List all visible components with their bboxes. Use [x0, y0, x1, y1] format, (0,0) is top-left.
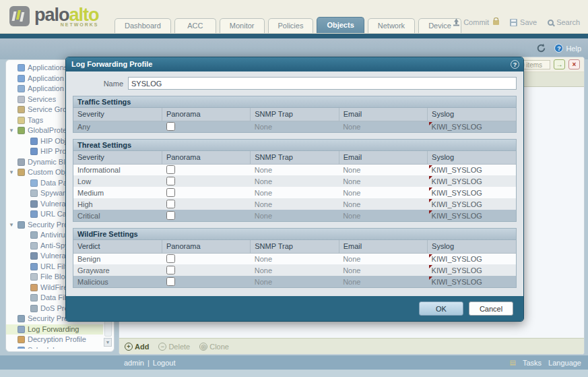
sidebar-item-schedules[interactable]: Schedules	[6, 345, 103, 349]
panorama-checkbox[interactable]	[166, 188, 175, 197]
table-header-row: SeverityPanoramaSNMP TrapEmailSyslog	[73, 151, 516, 164]
email-cell[interactable]: None	[339, 264, 427, 276]
tab-dashboard[interactable]: Dashboard	[115, 18, 171, 33]
tasks-link[interactable]: Tasks	[523, 359, 542, 367]
snmp-trap-cell[interactable]: None	[251, 164, 339, 175]
section-threat-settings: Threat SettingsSeverityPanoramaSNMP Trap…	[73, 139, 517, 222]
syslog-cell[interactable]: KIWI_SYSLOG	[428, 175, 516, 187]
email-cell[interactable]: None	[339, 210, 427, 221]
severity-cell: Benign	[73, 253, 162, 264]
clone-button[interactable]: ◎ Clone	[199, 343, 229, 351]
add-button[interactable]: + Add	[125, 343, 149, 351]
snmp-trap-cell[interactable]: None	[251, 175, 339, 187]
data-filtering-icon	[30, 294, 38, 301]
table-row[interactable]: MediumNoneNoneKIWI_SYSLOG	[73, 187, 516, 198]
ok-button[interactable]: OK	[419, 301, 463, 316]
syslog-cell[interactable]: KIWI_SYSLOG	[428, 198, 516, 210]
section-traffic-settings: Traffic SettingsSeverityPanoramaSNMP Tra…	[73, 96, 517, 133]
table-row[interactable]: GraywareNoneNoneKIWI_SYSLOG	[73, 264, 516, 276]
syslog-value: KIWI_SYSLOG	[432, 255, 482, 263]
syslog-cell[interactable]: KIWI_SYSLOG	[428, 164, 516, 175]
panorama-checkbox[interactable]	[166, 277, 175, 286]
email-cell[interactable]: None	[339, 121, 427, 132]
snmp-trap-cell[interactable]: None	[251, 198, 339, 210]
email-cell[interactable]: None	[339, 175, 427, 187]
tab-acc[interactable]: ACC	[174, 18, 216, 33]
table-row[interactable]: LowNoneNoneKIWI_SYSLOG	[73, 175, 516, 187]
expander-icon[interactable]: ▼	[9, 167, 14, 178]
table-row[interactable]: HighNoneNoneKIWI_SYSLOG	[73, 198, 516, 210]
panorama-checkbox[interactable]	[166, 211, 175, 220]
panorama-cell	[162, 164, 250, 175]
severity-cell: Medium	[73, 187, 162, 198]
save-button[interactable]: Save	[510, 18, 537, 26]
snmp-trap-cell[interactable]: None	[251, 121, 339, 132]
severity-cell: Critical	[73, 210, 162, 221]
expander-icon[interactable]: ▼	[9, 125, 14, 136]
table-row[interactable]: CriticalNoneNoneKIWI_SYSLOG	[73, 210, 516, 221]
email-value: None	[343, 200, 360, 208]
tab-policies[interactable]: Policies	[268, 18, 314, 33]
table-row[interactable]: AnyNoneNoneKIWI_SYSLOG	[73, 121, 516, 132]
column-header-syslog: Syslog	[428, 108, 516, 121]
language-link[interactable]: Language	[548, 359, 581, 367]
snmp-trap-cell[interactable]: None	[251, 264, 339, 276]
panorama-cell	[162, 187, 250, 198]
modified-flag-icon	[429, 122, 432, 125]
export-button[interactable]: →	[554, 59, 565, 69]
table-row[interactable]: MaliciousNoneNoneKIWI_SYSLOG	[73, 276, 516, 287]
snmp-trap-cell[interactable]: None	[251, 187, 339, 198]
table-row[interactable]: InformationalNoneNoneKIWI_SYSLOG	[73, 164, 516, 175]
email-cell[interactable]: None	[339, 187, 427, 198]
admin-user-link[interactable]: admin	[124, 359, 144, 367]
expander-icon[interactable]: ▼	[9, 220, 14, 231]
email-cell[interactable]: None	[339, 253, 427, 264]
sidebar-item-log-forwarding[interactable]: Log Forwarding	[6, 324, 103, 335]
tab-network[interactable]: Network	[368, 18, 415, 33]
commit-label: Commit	[463, 18, 489, 26]
syslog-cell[interactable]: KIWI_SYSLOG	[428, 253, 516, 264]
modified-flag-icon	[429, 176, 432, 179]
panorama-checkbox[interactable]	[166, 254, 175, 263]
email-cell[interactable]: None	[339, 198, 427, 210]
snmp-trap-cell[interactable]: None	[251, 253, 339, 264]
syslog-cell[interactable]: KIWI_SYSLOG	[428, 264, 516, 276]
add-label: Add	[135, 343, 149, 351]
panorama-cell	[162, 253, 250, 264]
clear-filter-button[interactable]: ×	[568, 59, 580, 69]
search-button[interactable]: Search	[548, 18, 580, 26]
snmp-trap-cell[interactable]: None	[251, 276, 339, 287]
panorama-checkbox[interactable]	[166, 177, 175, 185]
panorama-checkbox[interactable]	[166, 122, 175, 131]
syslog-cell[interactable]: KIWI_SYSLOG	[428, 187, 516, 198]
email-value: None	[343, 166, 360, 174]
section-title: WildFire Settings	[73, 229, 516, 240]
snmp-trap-cell[interactable]: None	[251, 210, 339, 221]
commit-button[interactable]: Commit	[452, 18, 499, 26]
panorama-checkbox[interactable]	[166, 200, 175, 208]
sidebar-item-label: Antivirus	[40, 230, 69, 241]
logout-link[interactable]: Logout	[153, 359, 176, 367]
email-cell[interactable]: None	[339, 164, 427, 175]
table-row[interactable]: BenignNoneNoneKIWI_SYSLOG	[73, 253, 516, 264]
panorama-checkbox[interactable]	[166, 165, 175, 174]
delete-button[interactable]: − Delete	[158, 343, 190, 351]
syslog-cell[interactable]: KIWI_SYSLOG	[428, 210, 516, 221]
sidebar-item-label: Tags	[28, 115, 43, 126]
tab-objects[interactable]: Objects	[317, 17, 364, 33]
cancel-button[interactable]: Cancel	[469, 301, 513, 316]
refresh-icon[interactable]	[536, 43, 546, 53]
tab-monitor[interactable]: Monitor	[220, 18, 265, 33]
scroll-down-icon[interactable]: ▼	[104, 338, 112, 347]
syslog-cell[interactable]: KIWI_SYSLOG	[428, 121, 516, 132]
help-button[interactable]: ? Help	[554, 44, 581, 53]
panorama-checkbox[interactable]	[166, 266, 175, 274]
name-input[interactable]	[128, 77, 517, 90]
dialog-help-icon[interactable]: ?	[511, 60, 519, 69]
syslog-cell[interactable]: KIWI_SYSLOG	[428, 276, 516, 287]
top-header: paloalto NETWORKS Dashboard ACC Monitor …	[0, 0, 588, 34]
email-cell[interactable]: None	[339, 276, 427, 287]
save-label: Save	[520, 18, 537, 26]
sidebar-item-decryption-profile[interactable]: Decryption Profile	[6, 335, 103, 345]
sidebar-item-label: Services	[28, 94, 56, 105]
